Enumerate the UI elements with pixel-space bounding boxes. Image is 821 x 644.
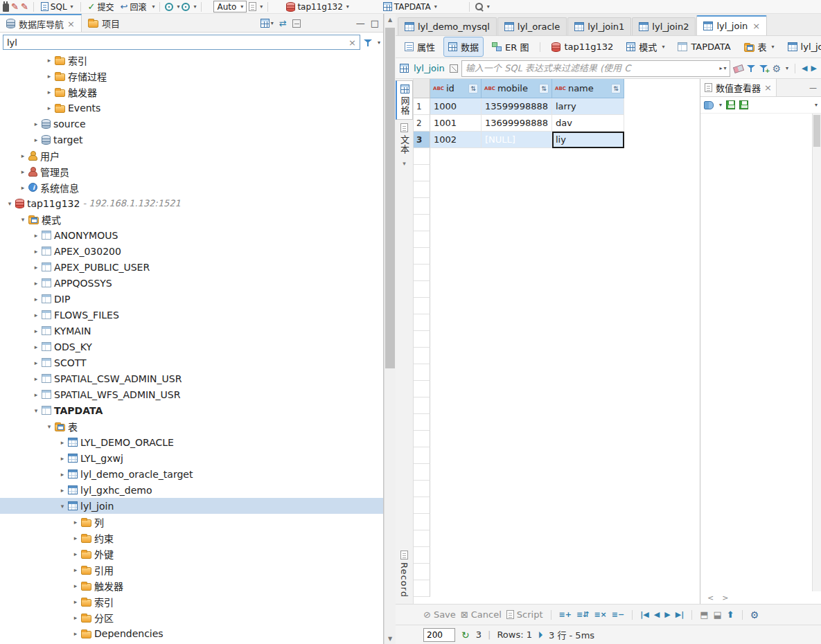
tree-item[interactable]: ▸ DIP xyxy=(0,291,383,307)
transaction-log-icon[interactable] xyxy=(249,2,256,11)
expand-arrow-icon[interactable]: ▸ xyxy=(17,152,28,159)
cell-id[interactable]: 1002 xyxy=(430,132,482,148)
column-header[interactable]: ABC mobile ⇅ xyxy=(482,79,552,98)
tree-item[interactable]: ▸ 触发器 xyxy=(0,578,383,593)
toggle-panels-icon[interactable]: ⬒ xyxy=(700,610,708,619)
tab-record-mode[interactable]: Record xyxy=(396,547,413,601)
scrollbar-thumb[interactable] xyxy=(813,115,820,147)
expand-arrow-icon[interactable]: ▸ xyxy=(30,375,42,382)
value-viewer-scrollbar[interactable] xyxy=(812,114,821,591)
expand-arrow-icon[interactable]: ▸ xyxy=(57,455,68,462)
table-row[interactable]: 1 1000 13599998888 larry xyxy=(414,98,700,115)
cancel-button[interactable]: ⊠ Cancel xyxy=(461,609,502,620)
row-number[interactable]: 2 xyxy=(414,115,430,132)
expand-arrow-icon[interactable]: ▸ xyxy=(30,136,42,143)
tree-item[interactable]: ▸ 索引 xyxy=(0,52,383,68)
chevron-down-icon[interactable]: ▾ xyxy=(260,3,263,10)
expand-arrow-icon[interactable]: ▸ xyxy=(70,535,81,542)
tree-item[interactable]: ▾ 模式 xyxy=(0,211,383,227)
expand-arrow-icon[interactable]: ▸ xyxy=(30,264,42,271)
tree-item[interactable]: ▸ 用户 xyxy=(0,147,383,163)
expand-arrow-icon[interactable]: ▸ xyxy=(30,312,42,319)
editor-tab[interactable]: lyl_join1 × xyxy=(567,17,631,35)
tree-item[interactable]: ▸ lyl_demo_oracle_target xyxy=(0,466,383,482)
tab-value-viewer[interactable]: 数值查看器 × xyxy=(700,79,777,96)
tab-database-navigator[interactable]: 数据库导航 × xyxy=(0,14,82,32)
view-menu-button[interactable]: ▾ xyxy=(261,19,274,28)
search-icon[interactable] xyxy=(475,2,484,11)
chevron-down-icon[interactable]: ▾ xyxy=(193,3,196,10)
filter-settings-gear-icon[interactable]: ⚙ xyxy=(772,64,781,73)
maximize-results-icon[interactable]: ⬓ xyxy=(713,610,721,619)
tree-item[interactable]: ▸ 触发器 xyxy=(0,84,383,100)
cell-id[interactable]: 1000 xyxy=(430,98,482,115)
fetch-size-input[interactable] xyxy=(423,628,455,642)
tree-item[interactable]: ▸ 外键 xyxy=(0,546,383,562)
close-icon[interactable]: × xyxy=(752,21,760,31)
tree-item[interactable]: ▾ TAPDATA xyxy=(0,402,383,418)
tree-item[interactable]: ▸ SCOTT xyxy=(0,355,383,370)
filter-history-chevron-icon[interactable]: ▾ xyxy=(723,65,726,71)
cell-name[interactable]: liy xyxy=(552,132,624,148)
tree-item[interactable]: ▸ APEX_030200 xyxy=(0,243,383,259)
new-connection-icon[interactable] xyxy=(3,3,9,12)
sort-icon[interactable]: ⇅ xyxy=(468,84,478,93)
tree-item[interactable]: ▸ source xyxy=(0,116,383,132)
panel-menu-chevron-icon[interactable]: ▾ xyxy=(815,102,818,108)
tree-item[interactable]: ▸ 约束 xyxy=(0,530,383,546)
tree-item[interactable]: ▸ 分区 xyxy=(0,609,383,625)
expand-arrow-icon[interactable]: ▸ xyxy=(70,519,81,526)
edit-value-icon[interactable]: ≡− xyxy=(612,610,624,619)
presentation-menu-chevron-icon[interactable]: ▾ xyxy=(403,160,406,167)
cell-name[interactable]: larry xyxy=(552,98,624,115)
tab-data[interactable]: 数据 xyxy=(443,37,484,57)
expand-arrow-icon[interactable]: ▸ xyxy=(30,328,42,334)
breadcrumb-table[interactable]: lyl_jo xyxy=(783,38,821,55)
chevron-down-icon[interactable]: ▾ xyxy=(71,3,73,10)
active-connection-selector[interactable]: tap11g132 ▾ xyxy=(284,2,351,12)
breadcrumb-connection[interactable]: tap11g132 xyxy=(547,38,618,55)
scroll-up-icon[interactable]: ▲ xyxy=(385,14,396,25)
editor-tab[interactable]: lyl_oracle × xyxy=(497,17,567,35)
close-icon[interactable]: × xyxy=(764,82,772,93)
expand-arrow-icon[interactable]: ▾ xyxy=(44,423,55,430)
tree-item[interactable]: ▸ target xyxy=(0,132,383,147)
tree-item[interactable]: ▾ lyl_join xyxy=(0,498,383,514)
tree-item[interactable]: ▸ FLOWS_FILES xyxy=(0,307,383,323)
expand-arrow-icon[interactable]: ▾ xyxy=(4,200,15,207)
commit-button[interactable]: ✓ 提交 xyxy=(86,1,116,12)
table-row[interactable]: 3 1002 [NULL] liy xyxy=(414,132,700,148)
tab-text-presentation[interactable]: 文本 xyxy=(396,120,413,158)
next-row-button[interactable]: ▶ xyxy=(664,610,670,619)
chevron-down-icon[interactable]: ▾ xyxy=(177,3,179,10)
tree-item[interactable]: ▸ SPATIAL_CSW_ADMIN_USR xyxy=(0,370,383,386)
previous-value-icon[interactable]: < xyxy=(707,593,714,602)
tree-item[interactable]: ▸ 引用 xyxy=(0,562,383,578)
cell-id[interactable]: 1001 xyxy=(430,115,482,132)
filter-funnel-icon[interactable] xyxy=(364,38,373,47)
breadcrumb-schema-kind[interactable]: 模式 ▾ xyxy=(621,37,669,57)
expand-arrow-icon[interactable]: ▸ xyxy=(70,551,81,557)
add-filter-icon[interactable]: + xyxy=(759,64,768,73)
expand-arrow-icon[interactable]: ▸ xyxy=(30,296,42,303)
expand-arrow-icon[interactable]: ▸ xyxy=(57,439,68,446)
forward-arrow-icon[interactable]: ▶ xyxy=(811,64,817,73)
row-number[interactable]: 3 xyxy=(414,132,430,148)
editor-tab[interactable]: lyl_join2 × xyxy=(632,17,696,35)
apply-filter-icon[interactable]: ▸ xyxy=(719,65,722,71)
navigator-filter-input[interactable] xyxy=(7,37,348,48)
expand-arrow-icon[interactable]: ▸ xyxy=(30,280,42,287)
sort-icon[interactable]: ⇅ xyxy=(539,84,549,93)
expand-filter-icon[interactable] xyxy=(450,64,458,73)
expand-arrow-icon[interactable]: ▸ xyxy=(30,120,42,127)
duplicate-row-icon[interactable]: ≡⇵ xyxy=(576,610,589,619)
minimize-icon[interactable]: — xyxy=(356,18,365,28)
cell-mobile[interactable]: 13599998888 xyxy=(482,98,552,115)
expand-arrow-icon[interactable]: ▸ xyxy=(44,73,55,80)
tree-item[interactable]: ▸ ANONYMOUS xyxy=(0,227,383,243)
previous-row-button[interactable]: ◀ xyxy=(654,610,660,619)
expand-arrow-icon[interactable]: ▸ xyxy=(44,57,55,64)
scroll-down-icon[interactable]: ▼ xyxy=(385,633,396,644)
navigator-scrollbar[interactable]: ▲ ▼ xyxy=(384,14,396,644)
tree-item[interactable]: ▸ Events xyxy=(0,100,383,116)
